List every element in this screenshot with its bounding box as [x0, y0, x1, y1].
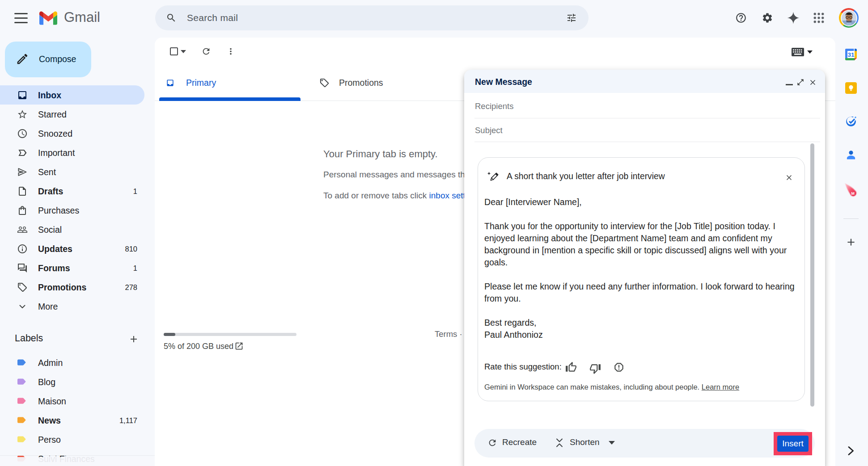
svg-text:31: 31 [847, 51, 855, 58]
svg-text:M: M [851, 191, 855, 196]
